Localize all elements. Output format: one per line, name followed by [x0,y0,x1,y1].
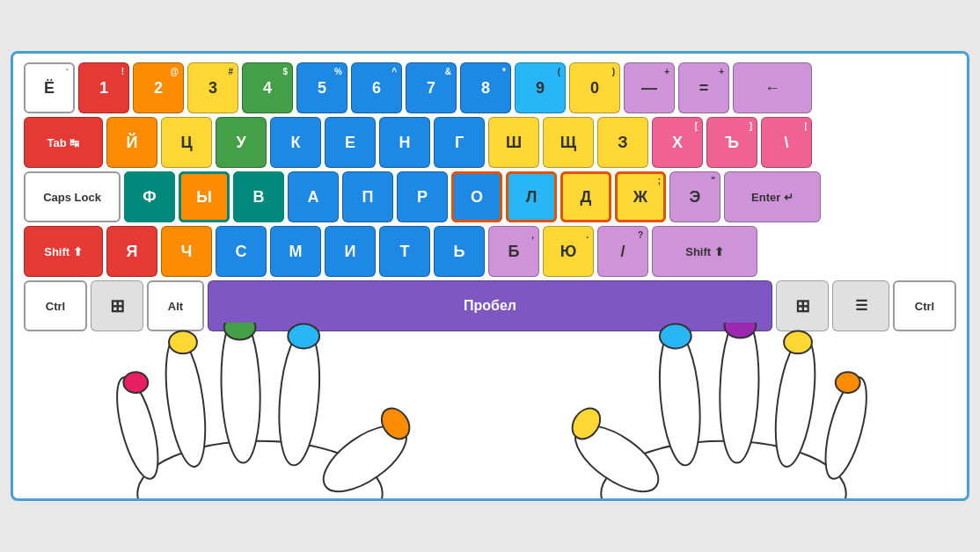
keyboard-rows: Ё ` ! 1 @ 2 # 3 $ 4 % 5 [24,62,956,331]
key-d[interactable]: В [233,171,284,222]
key-capslock[interactable]: Caps Lock [24,171,121,222]
svg-point-19 [784,331,812,354]
key-q[interactable]: Й [106,117,157,168]
key-y[interactable]: Н [379,117,430,168]
key-j[interactable]: О [451,171,502,222]
key-c[interactable]: С [216,226,267,277]
key-m[interactable]: Ь [434,226,485,277]
key-o[interactable]: Щ [543,117,594,168]
key-u[interactable]: Г [434,117,485,168]
key-grave[interactable]: Ё ` [24,62,75,113]
key-period[interactable]: . Ю [543,226,594,277]
key-3[interactable]: # 3 [187,62,238,113]
svg-point-6 [224,323,256,339]
key-tab[interactable]: Tab ↹ [24,117,103,168]
hands-illustration [24,323,956,498]
key-backslash[interactable]: | \ [761,117,812,168]
svg-point-4 [169,331,197,354]
key-f[interactable]: А [288,171,339,222]
qwerty-row: Tab ↹ Й Ц У К Е Н Г Ш [24,117,956,168]
key-comma[interactable]: , Б [488,226,539,277]
svg-point-3 [159,334,212,468]
key-h[interactable]: Р [397,171,448,222]
key-minus[interactable]: + — [624,62,675,113]
key-shift-right[interactable]: Shift ⬆ [652,226,757,277]
key-s[interactable]: Ы [179,171,230,222]
key-2[interactable]: @ 2 [133,62,184,113]
svg-point-8 [288,324,319,349]
key-1[interactable]: ! 1 [78,62,129,113]
key-shift-left[interactable]: Shift ⬆ [24,226,103,277]
key-p[interactable]: З [597,117,648,168]
key-8[interactable]: * 8 [460,62,511,113]
key-5[interactable]: % 5 [296,62,347,113]
key-6[interactable]: ^ 6 [351,62,402,113]
key-v[interactable]: М [270,226,321,277]
key-a[interactable]: Ф [124,171,175,222]
key-backspace[interactable]: ← [733,62,812,113]
key-z[interactable]: Я [106,226,157,277]
key-i[interactable]: Ш [488,117,539,168]
key-x[interactable]: Ч [161,226,212,277]
keyboard-container: Ё ` ! 1 @ 2 # 3 $ 4 % 5 [11,51,969,501]
key-equals[interactable]: + = [678,62,729,113]
key-7[interactable]: & 7 [406,62,457,113]
key-g[interactable]: П [342,171,393,222]
key-n[interactable]: Т [379,226,430,277]
svg-point-18 [769,334,822,468]
key-4[interactable]: $ 4 [242,62,293,113]
key-slash[interactable]: ? / [597,226,648,277]
key-l[interactable]: Д [560,171,611,222]
svg-point-15 [660,324,691,349]
key-quote[interactable]: " Э [669,171,720,222]
asdf-row: Caps Lock Ф Ы В А П Р О [24,171,956,222]
hands-svg [24,323,956,498]
key-k[interactable]: Л [506,171,557,222]
key-lb[interactable]: [ Х [652,117,703,168]
key-e[interactable]: У [216,117,267,168]
key-semicolon[interactable]: ; Ж [615,171,666,222]
key-enter[interactable]: Enter ↵ [724,171,821,222]
key-b[interactable]: И [325,226,376,277]
svg-point-2 [123,372,148,393]
key-w[interactable]: Ц [161,117,212,168]
key-0[interactable]: ) 0 [569,62,620,113]
svg-point-21 [836,372,860,393]
key-t[interactable]: Е [325,117,376,168]
zxcv-row: Shift ⬆ Я Ч С М И Т Ь , [24,226,956,277]
number-row: Ё ` ! 1 @ 2 # 3 $ 4 % 5 [24,62,956,113]
key-r[interactable]: К [270,117,321,168]
key-rb[interactable]: ] Ъ [706,117,757,168]
key-9[interactable]: ( 9 [515,62,566,113]
